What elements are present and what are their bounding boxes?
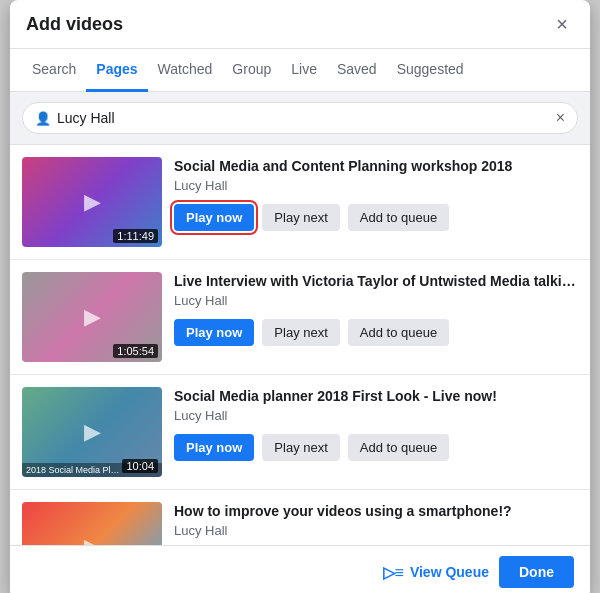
video-author-4: Lucy Hall	[174, 523, 578, 538]
tab-saved[interactable]: Saved	[327, 49, 387, 92]
video-item-3: ▶2018 Social Media Pl…10:04Social Media …	[10, 375, 590, 490]
modal-header: Add videos ×	[10, 0, 590, 49]
close-button[interactable]: ×	[550, 12, 574, 36]
add-to-queue-button-1[interactable]: Add to queue	[348, 204, 449, 231]
add-to-queue-button-2[interactable]: Add to queue	[348, 319, 449, 346]
video-author-3: Lucy Hall	[174, 408, 578, 423]
video-info-1: Social Media and Content Planning worksh…	[174, 157, 578, 247]
video-info-4: How to improve your videos using a smart…	[174, 502, 578, 545]
view-queue-label: View Queue	[410, 564, 489, 580]
play-next-button-1[interactable]: Play next	[262, 204, 339, 231]
tab-group[interactable]: Group	[222, 49, 281, 92]
tab-search[interactable]: Search	[22, 49, 86, 92]
queue-icon: ▷≡	[383, 563, 404, 582]
add-videos-modal: Add videos × SearchPagesWatchedGroupLive…	[10, 0, 590, 593]
video-title-1: Social Media and Content Planning worksh…	[174, 157, 578, 175]
video-thumb-3: ▶2018 Social Media Pl…10:04	[22, 387, 162, 477]
play-now-button-3[interactable]: Play now	[174, 434, 254, 461]
video-info-2: Live Interview with Victoria Taylor of U…	[174, 272, 578, 362]
video-actions-3: Play nowPlay nextAdd to queue	[174, 434, 578, 461]
video-thumb-4: ▶	[22, 502, 162, 545]
video-info-3: Social Media planner 2018 First Look - L…	[174, 387, 578, 477]
tab-live[interactable]: Live	[281, 49, 327, 92]
duration-badge-2: 1:05:54	[113, 344, 158, 358]
modal-title: Add videos	[26, 14, 123, 35]
video-thumb-1: ▶1:11:49	[22, 157, 162, 247]
search-bar: 👤 ×	[10, 92, 590, 145]
done-button[interactable]: Done	[499, 556, 574, 588]
search-input-wrap: 👤 ×	[22, 102, 578, 134]
modal-footer: ▷≡ View Queue Done	[10, 545, 590, 593]
add-to-queue-button-3[interactable]: Add to queue	[348, 434, 449, 461]
play-next-button-2[interactable]: Play next	[262, 319, 339, 346]
video-title-2: Live Interview with Victoria Taylor of U…	[174, 272, 578, 290]
clear-search-button[interactable]: ×	[556, 109, 565, 127]
duration-badge-3: 10:04	[122, 459, 158, 473]
video-item-2: ▶1:05:54Live Interview with Victoria Tay…	[10, 260, 590, 375]
play-now-button-2[interactable]: Play now	[174, 319, 254, 346]
play-next-button-3[interactable]: Play next	[262, 434, 339, 461]
video-item-1: ▶1:11:49Social Media and Content Plannin…	[10, 145, 590, 260]
video-title-4: How to improve your videos using a smart…	[174, 502, 578, 520]
view-queue-button[interactable]: ▷≡ View Queue	[383, 563, 489, 582]
duration-badge-1: 1:11:49	[113, 229, 158, 243]
video-actions-2: Play nowPlay nextAdd to queue	[174, 319, 578, 346]
person-icon: 👤	[35, 111, 51, 126]
video-author-1: Lucy Hall	[174, 178, 578, 193]
tab-suggested[interactable]: Suggested	[387, 49, 474, 92]
video-author-2: Lucy Hall	[174, 293, 578, 308]
tab-pages[interactable]: Pages	[86, 49, 147, 92]
video-actions-1: Play nowPlay nextAdd to queue	[174, 204, 578, 231]
search-input[interactable]	[57, 110, 556, 126]
video-list: ▶1:11:49Social Media and Content Plannin…	[10, 145, 590, 545]
video-title-3: Social Media planner 2018 First Look - L…	[174, 387, 578, 405]
play-now-button-1[interactable]: Play now	[174, 204, 254, 231]
video-item-4: ▶How to improve your videos using a smar…	[10, 490, 590, 545]
tab-watched[interactable]: Watched	[148, 49, 223, 92]
video-thumb-2: ▶1:05:54	[22, 272, 162, 362]
tab-bar: SearchPagesWatchedGroupLiveSavedSuggeste…	[10, 49, 590, 92]
